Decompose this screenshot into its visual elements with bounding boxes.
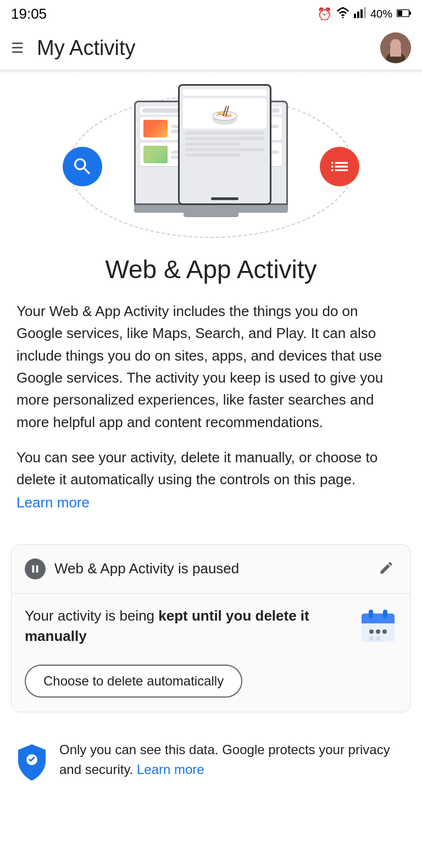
choose-delete-auto-button[interactable]: Choose to delete automatically bbox=[25, 665, 242, 698]
svg-point-25 bbox=[376, 636, 380, 640]
svg-rect-18 bbox=[362, 620, 395, 623]
privacy-learn-more-link[interactable]: Learn more bbox=[137, 762, 204, 777]
shield-icon bbox=[15, 743, 48, 776]
kept-text: Your activity is being kept until you de… bbox=[25, 606, 353, 647]
status-time: 19:05 bbox=[11, 5, 47, 23]
content-section: Web & App Activity Your Web & App Activi… bbox=[0, 244, 422, 528]
svg-rect-7 bbox=[409, 12, 411, 15]
hero-area bbox=[0, 79, 422, 244]
pause-icon bbox=[25, 559, 46, 579]
status-icons: ⏰ 40% bbox=[317, 7, 411, 21]
battery-text: 40% bbox=[370, 8, 392, 20]
svg-point-0 bbox=[342, 17, 343, 19]
card-body: Your activity is being kept until you de… bbox=[12, 594, 410, 659]
svg-point-23 bbox=[382, 629, 387, 634]
kept-text-prefix: Your activity is being bbox=[25, 607, 158, 624]
app-title: My Activity bbox=[37, 36, 135, 60]
app-bar-left: ☰ My Activity bbox=[11, 36, 135, 60]
status-bar: 19:05 ⏰ 40% bbox=[0, 0, 422, 26]
avatar[interactable] bbox=[380, 32, 411, 63]
card-footer: Choose to delete automatically bbox=[12, 659, 410, 712]
privacy-footer: Only you can see this data. Google prote… bbox=[0, 723, 422, 796]
learn-more-link[interactable]: Learn more bbox=[16, 494, 90, 511]
svg-rect-4 bbox=[364, 7, 366, 18]
privacy-text: Only you can see this data. Google prote… bbox=[59, 740, 407, 779]
top-shadow bbox=[0, 70, 422, 73]
svg-rect-19 bbox=[369, 610, 373, 618]
tablet-mockup bbox=[178, 84, 271, 205]
signal-icon bbox=[354, 7, 366, 21]
svg-rect-1 bbox=[354, 14, 356, 18]
search-icon bbox=[63, 147, 102, 186]
svg-point-24 bbox=[369, 636, 374, 640]
edit-button[interactable] bbox=[375, 557, 397, 581]
svg-rect-2 bbox=[357, 12, 359, 18]
activity-card: Web & App Activity is paused Your activi… bbox=[11, 544, 411, 712]
hamburger-icon[interactable]: ☰ bbox=[11, 40, 24, 57]
svg-rect-20 bbox=[383, 610, 387, 618]
hero-dashed-circle bbox=[68, 95, 354, 238]
svg-rect-6 bbox=[398, 10, 402, 16]
description-paragraph-1: Your Web & App Activity includes the thi… bbox=[16, 300, 406, 433]
privacy-text-content: Only you can see this data. Google prote… bbox=[59, 742, 390, 777]
description-paragraph-2: You can see your activity, delete it man… bbox=[16, 446, 406, 491]
card-header-left: Web & App Activity is paused bbox=[25, 559, 239, 579]
svg-point-22 bbox=[376, 629, 380, 634]
list-icon bbox=[320, 147, 359, 186]
svg-point-21 bbox=[369, 629, 374, 634]
card-status-text: Web & App Activity is paused bbox=[54, 560, 239, 577]
svg-rect-11 bbox=[390, 48, 401, 57]
calendar-icon bbox=[359, 607, 397, 645]
section-title: Web & App Activity bbox=[16, 255, 406, 285]
device-mockup bbox=[134, 101, 288, 217]
wifi-icon bbox=[336, 7, 349, 21]
app-bar: ☰ My Activity bbox=[0, 26, 422, 70]
svg-rect-3 bbox=[360, 9, 363, 18]
card-header: Web & App Activity is paused bbox=[12, 545, 410, 594]
alarm-icon: ⏰ bbox=[317, 7, 332, 21]
battery-icon bbox=[397, 8, 411, 20]
